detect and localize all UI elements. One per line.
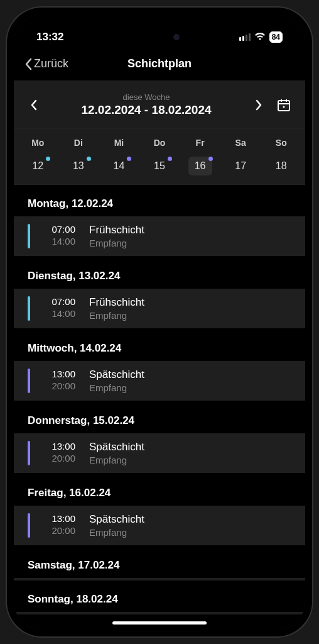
day-number: 13 — [73, 160, 84, 172]
shift-end: 14:00 — [36, 308, 75, 319]
shift-end: 20:00 — [36, 380, 75, 391]
section-header: Dienstag, 13.02.24 — [14, 257, 305, 289]
svg-point-1 — [283, 106, 285, 108]
shift-end: 20:00 — [36, 453, 75, 464]
prev-week-button[interactable] — [28, 99, 40, 111]
shift-times: 07:00 14:00 — [30, 224, 75, 248]
battery-indicator: 84 — [269, 31, 283, 43]
shift-name: Frühschicht — [89, 296, 144, 309]
section-header: Donnerstag, 15.02.24 — [14, 402, 305, 433]
week-navigator: diese Woche 12.02.2024 - 18.02.2024 — [14, 81, 305, 129]
shift-info: Spätschicht Empfang — [75, 441, 144, 465]
shift-times: 13:00 20:00 — [30, 369, 75, 393]
shift-info: Spätschicht Empfang — [75, 513, 144, 538]
home-indicator[interactable] — [112, 621, 207, 625]
day-cell-fr[interactable]: Fr 16 — [180, 138, 220, 175]
section-header: Sonntag, 18.02.24 — [14, 580, 305, 612]
day-abbr: So — [261, 138, 301, 148]
shift-name: Frühschicht — [89, 224, 144, 236]
phone-frame: 13:32 84 Zurück Schichtplan diese Woche … — [7, 8, 312, 636]
day-number-wrap: 14 — [107, 157, 131, 175]
empty-day-row — [14, 612, 305, 614]
back-button[interactable]: Zurück — [24, 57, 68, 70]
day-abbr: Mi — [99, 138, 139, 148]
svg-rect-0 — [278, 101, 289, 111]
day-number: 12 — [32, 160, 43, 172]
calendar-icon[interactable] — [276, 97, 291, 113]
notch — [122, 27, 197, 47]
day-cell-sa[interactable]: Sa 17 — [220, 138, 261, 175]
shift-name: Spätschicht — [89, 441, 144, 453]
day-number-wrap: 18 — [269, 157, 293, 175]
day-cell-di[interactable]: Di 13 — [58, 138, 99, 175]
day-number-wrap: 13 — [67, 157, 90, 175]
shift-location: Empfang — [89, 455, 144, 465]
shift-times: 13:00 20:00 — [30, 441, 75, 465]
day-number-wrap: 17 — [229, 157, 252, 175]
day-number-wrap: 15 — [148, 157, 171, 175]
schedule-list[interactable]: Montag, 12.02.24 07:00 14:00 Frühschicht… — [14, 185, 305, 630]
app-screen: Zurück Schichtplan diese Woche 12.02.202… — [14, 14, 305, 630]
shift-row[interactable]: 13:00 20:00 Spätschicht Empfang — [14, 506, 305, 545]
nav-header: Zurück Schichtplan — [14, 52, 305, 81]
shift-info: Spätschicht Empfang — [75, 369, 144, 393]
shift-name: Spätschicht — [89, 513, 144, 526]
shift-dot-icon — [208, 157, 213, 161]
section-header: Mittwoch, 14.02.24 — [14, 330, 305, 361]
day-abbr: Mo — [18, 138, 58, 148]
day-number: 14 — [114, 160, 125, 172]
shift-row[interactable]: 13:00 20:00 Spätschicht Empfang — [14, 361, 305, 401]
shift-row[interactable]: 13:00 20:00 Spätschicht Empfang — [14, 433, 305, 473]
shift-start: 07:00 — [36, 296, 75, 307]
shift-dot-icon — [168, 157, 172, 161]
day-abbr: Di — [58, 138, 99, 148]
day-number: 16 — [195, 160, 206, 172]
shift-location: Empfang — [89, 310, 144, 321]
day-number: 15 — [154, 160, 165, 172]
shift-location: Empfang — [89, 382, 144, 393]
shift-dot-icon — [87, 157, 91, 161]
shift-name: Spätschicht — [89, 369, 144, 381]
week-label: diese Woche — [49, 92, 244, 102]
shift-row[interactable]: 07:00 14:00 Frühschicht Empfang — [14, 216, 305, 256]
week-display[interactable]: diese Woche 12.02.2024 - 18.02.2024 — [49, 92, 244, 117]
shift-start: 07:00 — [36, 224, 75, 235]
day-cell-mo[interactable]: Mo 12 — [18, 138, 58, 175]
section-header: Montag, 12.02.24 — [14, 185, 305, 216]
shift-dot-icon — [127, 157, 131, 161]
shift-info: Frühschicht Empfang — [75, 296, 144, 321]
day-number-wrap: 16 — [188, 157, 212, 175]
shift-dot-icon — [46, 157, 50, 161]
day-abbr: Fr — [180, 138, 220, 148]
signal-icon — [239, 33, 251, 41]
shift-location: Empfang — [89, 238, 144, 248]
chevron-left-icon — [24, 58, 33, 70]
day-abbr: Do — [139, 138, 180, 148]
shift-location: Empfang — [89, 527, 144, 538]
section-header: Freitag, 16.02.24 — [14, 474, 305, 506]
wifi-icon — [254, 32, 266, 43]
shift-row[interactable]: 07:00 14:00 Frühschicht Empfang — [14, 289, 305, 328]
shift-times: 07:00 14:00 — [30, 296, 75, 321]
week-range: 12.02.2024 - 18.02.2024 — [49, 103, 244, 117]
shift-times: 13:00 20:00 — [30, 513, 75, 538]
day-cell-mi[interactable]: Mi 14 — [99, 138, 139, 175]
day-cell-so[interactable]: So 18 — [261, 138, 301, 175]
day-number-wrap: 12 — [26, 157, 50, 175]
day-number: 17 — [235, 160, 246, 172]
back-label: Zurück — [34, 57, 68, 70]
shift-end: 20:00 — [36, 525, 75, 536]
day-cell-do[interactable]: Do 15 — [139, 138, 180, 175]
shift-start: 13:00 — [36, 441, 75, 452]
next-week-button[interactable] — [252, 99, 265, 111]
shift-start: 13:00 — [36, 369, 75, 379]
shift-info: Frühschicht Empfang — [75, 224, 144, 248]
day-abbr: Sa — [220, 138, 261, 148]
day-strip: Mo 12 Di 13 Mi 14 Do 15 Fr 16 Sa 17 So 1… — [14, 129, 305, 185]
shift-start: 13:00 — [36, 513, 75, 524]
section-header: Samstag, 17.02.24 — [14, 547, 305, 578]
status-time: 13:32 — [36, 31, 63, 43]
shift-end: 14:00 — [36, 236, 75, 247]
day-number: 18 — [276, 160, 287, 172]
